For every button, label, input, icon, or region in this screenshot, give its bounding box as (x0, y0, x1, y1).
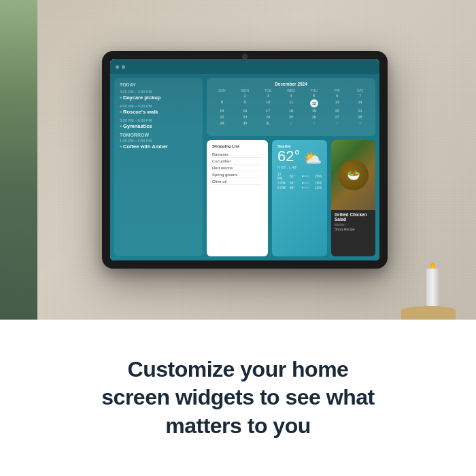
device-screen: Today 3:00 PM – 3:30 PM Daycare pickup (110, 59, 379, 260)
cal-day: 8 (211, 99, 233, 107)
recipe-info: Grilled Chicken Salad kitchen Show Recip… (331, 210, 375, 233)
event-dot-icon (120, 97, 122, 99)
recipe-name: Grilled Chicken Salad (335, 212, 372, 222)
recipe-image: 🥗 (331, 140, 375, 210)
status-dot (116, 65, 119, 69)
cal-day: 4 (280, 93, 303, 99)
event-time: 5:00 PM – 6:00 PM (120, 118, 197, 122)
side-table (401, 306, 456, 320)
cal-day: 9 (234, 99, 256, 107)
weather-cloud-icon: ⛅ (303, 150, 322, 167)
forecast-time: 3 PM (277, 181, 287, 185)
calendar-widget: December 2024 SUN MON TUE WED THU FRI SA… (207, 78, 375, 136)
food-emoji-icon: 🥗 (347, 169, 360, 182)
cal-day-label: WED (280, 88, 303, 92)
calendar-grid: SUN MON TUE WED THU FRI SAT 2 3 (211, 88, 371, 126)
cal-day (211, 93, 233, 99)
background-photo (0, 0, 37, 320)
cal-day: 1 (280, 120, 303, 126)
cal-day: 5 (303, 93, 325, 99)
cal-today: 12 (310, 99, 318, 107)
candle (426, 269, 439, 306)
forecast-row: 6 PM 65° 12% (277, 186, 322, 190)
tagline-section: Customize your home screen widgets to se… (0, 320, 476, 476)
forecast-bar-bg (302, 182, 309, 184)
forecast-temp: 62° (290, 174, 299, 178)
echo-show-device: Today 3:00 PM – 3:30 PM Daycare pickup (102, 51, 388, 269)
event-dot-icon (120, 146, 122, 148)
cal-day: 30 (234, 120, 256, 126)
cal-day-label: FRI (326, 88, 348, 92)
cal-day: 28 (349, 114, 371, 120)
events-panel: Today 3:00 PM – 3:30 PM Daycare pickup (114, 78, 203, 256)
event-time: 4:00 PM – 4:20 PM (120, 104, 197, 108)
cal-day: 23 (234, 114, 256, 120)
status-dot (122, 65, 125, 69)
event-title: Roscoe's walk (120, 109, 197, 115)
shopping-list-widget: Shopping List Bananas Cucumber Red onion… (207, 140, 268, 256)
cal-day: 7 (349, 93, 371, 99)
shopping-item: Red onions (212, 165, 262, 171)
event-dot-icon (120, 125, 122, 127)
forecast-temp: 64° (290, 181, 299, 185)
cal-day: 17 (257, 108, 279, 114)
recipe-source: kitchen (335, 222, 372, 226)
cal-day: 13 (326, 99, 348, 107)
widgets-panel: December 2024 SUN MON TUE WED THU FRI SA… (207, 78, 375, 256)
cal-day: 15 (211, 108, 233, 114)
cal-day: 31 (257, 120, 279, 126)
forecast-pct: 15% (312, 181, 322, 185)
cal-day: 26 (303, 114, 325, 120)
cal-day-label: TUE (257, 88, 279, 92)
cal-day: 19 (303, 108, 325, 114)
recipe-widget: 🥗 Grilled Chicken Salad kitchen Show Rec… (331, 140, 375, 256)
event-item-1: 3:00 PM – 3:30 PM Daycare pickup (120, 90, 197, 101)
bottom-widgets-row: Shopping List Bananas Cucumber Red onion… (207, 140, 375, 256)
event-time: 1:30 PM – 2:50 PM (120, 139, 197, 143)
recipe-show-link[interactable]: Show Recipe (335, 227, 372, 231)
screen-ui: Today 3:00 PM – 3:30 PM Daycare pickup (110, 59, 379, 260)
forecast-row: 3 PM 64° 15% (277, 181, 322, 185)
tagline-line3: matters to you (165, 413, 310, 438)
event-item-4: 1:30 PM – 2:50 PM Coffee with Amber (120, 139, 197, 150)
forecast-bar (302, 187, 303, 188)
recipe-food-visual: 🥗 (331, 140, 375, 210)
shopping-item: Bananas (212, 151, 262, 158)
forecast-pct: 20% (312, 174, 322, 178)
shopping-item: Spring greens (212, 171, 262, 178)
shopping-list-title: Shopping List (212, 144, 262, 148)
candle-flame-icon (430, 263, 435, 269)
event-item-3: 5:00 PM – 6:00 PM Gymnastics (120, 118, 197, 129)
cal-day: 18 (280, 108, 303, 114)
cal-day: 21 (349, 108, 371, 114)
cal-day: 20 (326, 108, 348, 114)
forecast-time: 6 PM (277, 186, 287, 190)
cal-day: 29 (211, 120, 233, 126)
cal-day: 11 (280, 99, 303, 107)
shopping-item: Olive oil (212, 178, 262, 185)
forecast-row: 12 PM 62° 20% (277, 172, 322, 180)
forecast-time: 12 PM (277, 172, 287, 180)
cal-day-label: SAT (349, 88, 371, 92)
forecast-bar (302, 175, 303, 177)
cal-day: 27 (326, 114, 348, 120)
event-dot-icon (120, 111, 122, 113)
cal-day: 14 (349, 99, 371, 107)
event-time: 3:00 PM – 3:30 PM (120, 90, 197, 94)
cal-day: 24 (257, 114, 279, 120)
cal-day: 2 (234, 93, 256, 99)
forecast-bar-bg (302, 175, 309, 177)
today-label: Today (120, 82, 197, 87)
device-photo-section: Today 3:00 PM – 3:30 PM Daycare pickup (0, 0, 476, 320)
event-title: Gymnastics (120, 123, 197, 129)
cal-day: 16 (234, 108, 256, 114)
forecast-pct: 12% (312, 186, 322, 190)
event-title: Coffee with Amber (120, 143, 197, 150)
event-title: Daycare pickup (120, 95, 197, 101)
tomorrow-label: Tomorrow (120, 133, 197, 137)
events-widget: Today 3:00 PM – 3:30 PM Daycare pickup (114, 78, 203, 256)
cal-day: 6 (326, 93, 348, 99)
cal-day: 3 (257, 93, 279, 99)
cal-day: 25 (280, 114, 303, 120)
event-item-2: 4:00 PM – 4:20 PM Roscoe's walk (120, 104, 197, 115)
